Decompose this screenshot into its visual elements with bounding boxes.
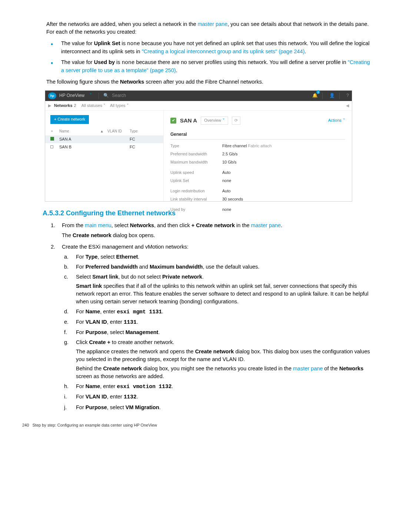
text-bold: Private network — [162, 274, 202, 280]
step-number: 2. — [51, 243, 55, 251]
text-bold: Type — [86, 254, 98, 260]
create-network-button[interactable]: + Create network — [50, 115, 89, 124]
expand-icon[interactable]: ▶ — [48, 103, 51, 109]
label-pref-bw: Preferred bandwidth — [170, 151, 222, 157]
notifications-icon[interactable]: 🔔2 — [312, 92, 318, 99]
step-2f: f.For Purpose, select Management. — [62, 329, 374, 336]
step-number: 1. — [51, 222, 55, 229]
search-placeholder[interactable]: Search — [112, 92, 126, 99]
link-creating-lig[interactable]: "Creating a logical interconnect group a… — [142, 48, 305, 54]
text-bold: Networks — [120, 79, 144, 85]
value-link-stability: 30 seconds — [222, 196, 345, 202]
step-2g: g.Click Create + to create another netwo… — [62, 339, 374, 380]
table-header: ⚬ Name ▲ VLAN ID Type — [45, 128, 163, 135]
col-vlanid[interactable]: VLAN ID — [107, 129, 130, 134]
text: From the — [62, 222, 85, 228]
text: specifies that if all of the uplinks to … — [76, 283, 369, 304]
text: is — [115, 59, 122, 65]
row-type: FC — [130, 144, 148, 150]
detail-title: SAN A — [180, 117, 197, 125]
value-uplink-speed: Auto — [222, 170, 345, 176]
text: . — [159, 404, 161, 410]
sync-icon[interactable]: ⟳ — [232, 117, 240, 125]
breadcrumb-bar: ▶ Networks 2 All statuses ˅ All types ˅ … — [45, 101, 352, 111]
text-mono: none — [127, 41, 140, 47]
filter-statuses[interactable]: All statuses ˅ — [81, 103, 106, 109]
text-bold: Create network — [103, 366, 142, 371]
col-type[interactable]: Type — [130, 129, 148, 134]
filter-types[interactable]: All types ˅ — [110, 103, 129, 109]
master-pane-link[interactable]: master pane — [293, 366, 323, 371]
row-type: FC — [130, 137, 148, 142]
text-mono: none — [122, 60, 135, 65]
master-pane-link[interactable]: master pane — [251, 222, 281, 228]
text: of the — [323, 366, 339, 371]
text: is — [120, 40, 127, 46]
user-icon[interactable]: 👤 — [329, 92, 335, 99]
menu-caret-icon[interactable]: ˅ — [90, 92, 92, 99]
text: Click — [76, 339, 89, 345]
text: . — [162, 309, 163, 314]
text-bold: Smart link — [92, 274, 118, 280]
text: The appliance creates the network and op… — [76, 349, 195, 354]
text: , and then click — [154, 222, 191, 228]
actions-menu[interactable]: Actions ˅ — [328, 118, 345, 124]
table-row[interactable]: SAN A FC — [45, 135, 163, 144]
app-topbar: hp HP OneView ˅ 🔍 Search 🔔2 👤 ? — [45, 91, 352, 101]
text-bold: VLAN ID — [86, 319, 107, 325]
sort-icon[interactable]: ▲ — [100, 129, 107, 134]
value-type: Fibre channel Fabric attach — [222, 143, 345, 149]
label-used-by: Used by — [170, 207, 222, 213]
text: screen as those networks are added. — [76, 373, 164, 379]
text: After the networks are added, when you s… — [46, 21, 198, 27]
col-status-icon: ⚬ — [50, 129, 59, 134]
notification-badge: 2 — [316, 90, 320, 94]
text-mono: esxi mgmt 1131 — [117, 309, 162, 315]
text: For — [76, 404, 86, 410]
text-bold: Purpose — [86, 329, 107, 335]
label-uplink-speed: Uplink speed — [170, 170, 222, 176]
bullet-used-by: The value for Used by is none because th… — [46, 58, 374, 74]
general-heading: General — [170, 130, 345, 139]
master-pane-link[interactable]: master pane — [198, 21, 228, 27]
text: For — [76, 264, 86, 270]
intro-bullets: The value for Uplink Set is none because… — [46, 40, 374, 74]
text: For — [76, 329, 86, 335]
text-bold: Preferred bandwidth — [86, 264, 138, 270]
table-row[interactable]: SAN B FC — [45, 143, 163, 151]
text: . — [305, 48, 306, 54]
smart-link-desc: Smart link specifies that if all of the … — [76, 282, 374, 306]
text: , enter — [107, 394, 124, 400]
step-2j: j.For Purpose, select VM Migration. — [62, 404, 374, 411]
text-mono: 1131 — [124, 319, 137, 325]
status-icon — [50, 145, 53, 148]
text: For — [76, 309, 86, 314]
step-2h: h.For Name, enter esxi vmotion 1132. — [62, 383, 374, 391]
text: The value for — [61, 59, 94, 65]
text: , enter — [100, 383, 117, 389]
master-pane: + Create network ⚬ Name ▲ VLAN ID Type S… — [45, 111, 164, 201]
search-icon[interactable]: 🔍 — [103, 92, 109, 99]
letter: d. — [64, 308, 69, 316]
value-uplink-set: none — [222, 178, 345, 184]
text-bold: Networks — [130, 222, 154, 228]
status-check-icon: ✔ — [170, 118, 176, 124]
text: The value for — [61, 40, 94, 46]
text: , enter — [100, 309, 117, 314]
text: because there are no server profiles usi… — [134, 59, 347, 65]
col-name[interactable]: Name — [59, 129, 100, 134]
divider — [322, 92, 323, 99]
text-bold: Name — [86, 383, 100, 389]
help-icon[interactable]: ? — [346, 92, 349, 99]
text: , but do not select — [118, 274, 162, 280]
text-bold: Create + — [89, 339, 110, 345]
view-selector[interactable]: Overview ˅ — [201, 117, 228, 125]
row-name: SAN B — [59, 144, 100, 150]
text-bold: Ethernet — [116, 254, 138, 260]
label-type: Type — [170, 143, 222, 149]
collapse-icon[interactable]: ◀ — [346, 103, 349, 109]
main-menu-link[interactable]: main menu — [85, 222, 111, 228]
text: dialog box, you might see the networks y… — [142, 366, 293, 371]
text: , select — [107, 404, 126, 410]
label-uplink-set: Uplink Set — [170, 178, 222, 184]
